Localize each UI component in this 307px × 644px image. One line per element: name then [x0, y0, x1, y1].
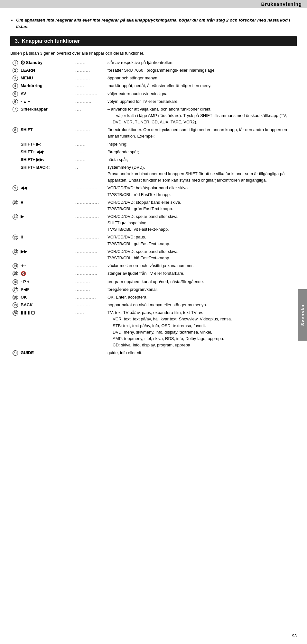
item-dots: ................	[75, 233, 107, 247]
item-desc: VCR/CD/DVD: stoppar band eller skiva.TV/…	[107, 199, 297, 213]
item-dots: ..........	[75, 301, 107, 309]
item-key: Sifferknappar	[20, 105, 75, 126]
sub-table-row: SHIFT+ BACK:..systemmeny (DVD).Prova and…	[10, 164, 297, 184]
item-desc: VCR/CD/DVD: bakåtspolar band eller skiva…	[107, 184, 297, 198]
item-dots: .......	[75, 59, 107, 67]
table-row: 4Markörring......markör uppåt, nedåt, åt…	[10, 82, 297, 90]
item-dots: ..........	[75, 286, 107, 293]
table-row: 10■................VCR/CD/DVD: stoppar b…	[10, 199, 297, 213]
item-dots: ...........	[75, 98, 107, 105]
item-key: AV	[20, 90, 75, 98]
table-row: 15🔇...............stänger av ljudet från…	[10, 270, 297, 278]
items-table: 1⏻ Standby.......slår av respektive på f…	[10, 59, 297, 357]
item-number: 19	[10, 301, 20, 309]
item-dots: ..........	[75, 74, 107, 82]
header-title: Bruksanvisning	[261, 1, 302, 7]
item-dots: ......	[75, 82, 107, 90]
item-number: 15	[10, 270, 20, 278]
item-key: MENU	[20, 74, 75, 82]
item-dots: ...............	[75, 90, 107, 98]
table-row: 13▶▶...............VCR/CD/DVD: spolar ba…	[10, 248, 297, 262]
item-number: 2	[10, 67, 20, 74]
item-key: ⏻ Standby	[20, 59, 75, 67]
item-dots: ......	[75, 309, 107, 349]
intro-bullet-item: Om apparaten inte reagerar alls eller in…	[16, 17, 297, 30]
item-desc: TV: text-TV på/av, paus, expandera film,…	[107, 309, 297, 349]
item-number: 17	[10, 286, 20, 293]
sub-item-desc: nästa spår;	[107, 156, 297, 164]
sub-item-key: SHIFT+ ◀◀:	[20, 148, 75, 156]
table-row: 11▶................VCR/CD/DVD: spelar ba…	[10, 213, 297, 233]
item-desc: – används för att välja kanal och andra …	[107, 105, 297, 126]
section-number: 3.	[15, 38, 19, 44]
sidebar-label: Svenska	[300, 304, 305, 326]
item-desc: hoppar bakåt en nivå i menyn eller stäng…	[107, 301, 297, 309]
sub-item-dots: .......	[75, 156, 107, 164]
item-desc: program upp/ned, kanal upp/ned, nästa/fö…	[107, 278, 297, 286]
item-dots: ...............	[75, 248, 107, 262]
item-number: 6	[10, 98, 20, 105]
section-header: 3. Knappar och funktioner	[10, 36, 297, 46]
item-key: GUIDE	[20, 349, 75, 357]
item-dots: ..............	[75, 293, 107, 301]
sidebar-strip: Svenska	[298, 289, 307, 341]
item-number: 21	[10, 349, 20, 357]
item-number: 3	[10, 74, 20, 82]
table-row: 16- P +..........program upp/ned, kanal …	[10, 278, 297, 286]
item-number: 7	[10, 105, 20, 126]
table-row: 8SHIFT..........för extrafunktioner. Om …	[10, 126, 297, 140]
item-number: 14	[10, 262, 20, 270]
table-row: 7Sifferknappar....– används för att välj…	[10, 105, 297, 126]
item-dots: ..........	[75, 67, 107, 74]
item-dots: ................	[75, 213, 107, 233]
item-key: ▶▶	[20, 248, 75, 262]
table-row: 17P◀P..........föregående program/kanal.	[10, 286, 297, 293]
sub-item-desc: inspelning;	[107, 140, 297, 148]
item-dots: ....	[75, 105, 107, 126]
item-desc: VCR/CD/DVD: spelar band eller skiva.SHIF…	[107, 213, 297, 233]
item-key: II	[20, 233, 75, 247]
sub-item-key: SHIFT+ ▶:	[20, 140, 75, 148]
item-desc: guide, info eller vit.	[107, 349, 297, 357]
sub-item-dots: .......	[75, 140, 107, 148]
table-row: 2LEARN..........försätter SRU 7060 i pro…	[10, 67, 297, 74]
intro-text: Bilden på sidan 3 ger en översikt över a…	[10, 50, 297, 57]
item-number: 16	[10, 278, 20, 286]
item-number: 18	[10, 293, 20, 301]
item-key: - P +	[20, 278, 75, 286]
item-key: ▶	[20, 213, 75, 233]
item-number: 9	[10, 184, 20, 198]
page-number: 93	[292, 633, 297, 638]
item-dots	[75, 349, 107, 357]
table-row: 3MENU..........öppnar och stänger menyn.	[10, 74, 297, 82]
item-dots: ...............	[75, 270, 107, 278]
section-title: Knappar och funktioner	[22, 38, 80, 44]
sub-item-dots: ......	[75, 148, 107, 156]
sub-table-row: SHIFT+ ▶:.......inspelning;	[10, 140, 297, 148]
item-desc: för extrafunktioner. Om den trycks ned s…	[107, 126, 297, 140]
item-desc: VCR/CD/DVD: paus.TV/STB/CBL: gul FastTex…	[107, 233, 297, 247]
item-desc: väljer extern audio-/videoinsignal.	[107, 90, 297, 98]
table-row: 6- ▲ +...........volym upp/ned för TV el…	[10, 98, 297, 105]
item-number: 12	[10, 233, 20, 247]
table-row: 21GUIDEguide, info eller vit.	[10, 349, 297, 357]
item-key: ■	[20, 199, 75, 213]
item-number: 10	[10, 199, 20, 213]
item-dots: ..........	[75, 126, 107, 140]
item-dots: ..........	[75, 278, 107, 286]
item-key: 🔇	[20, 270, 75, 278]
sub-item-desc: systemmeny (DVD).Prova andra kombination…	[107, 164, 297, 184]
item-desc: volym upp/ned för TV eller förstärkare.	[107, 98, 297, 105]
item-number: 11	[10, 213, 20, 233]
table-row: 12II................VCR/CD/DVD: paus.TV/…	[10, 233, 297, 247]
item-desc: OK, Enter, acceptera.	[107, 293, 297, 301]
item-key: ◀◀	[20, 184, 75, 198]
sub-item-dots: ..	[75, 164, 107, 184]
item-key: P◀P	[20, 286, 75, 293]
item-desc: markör uppåt, nedåt, åt vänster eller åt…	[107, 82, 297, 90]
item-number: 1	[10, 59, 20, 67]
sub-item-desc: föregående spår;	[107, 148, 297, 156]
item-key: - ▲ +	[20, 98, 75, 105]
sub-item-key: SHIFT+ ▶▶:	[20, 156, 75, 164]
item-desc: stänger av ljudet från TV eller förstärk…	[107, 270, 297, 278]
